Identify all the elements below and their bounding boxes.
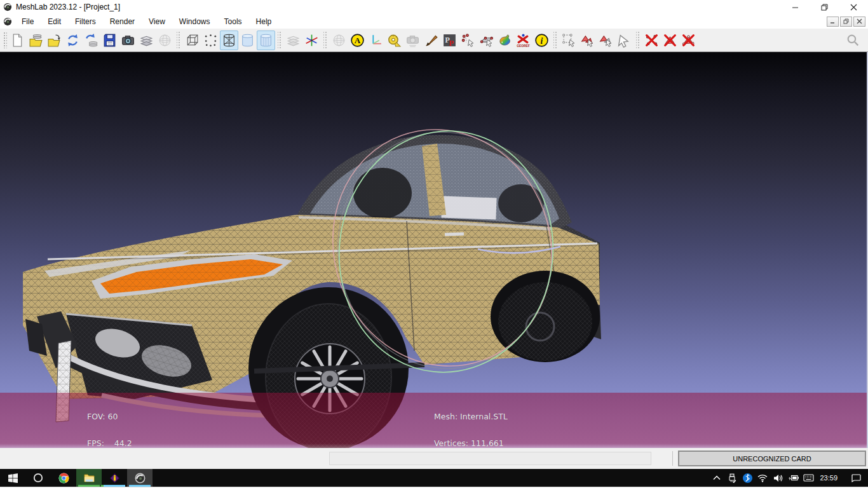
mdi-minimize-button[interactable] <box>827 17 839 27</box>
restore-button[interactable] <box>810 0 839 14</box>
show-layer-dialog-button[interactable] <box>137 30 156 50</box>
usb-icon <box>728 473 736 483</box>
svg-text:GEOREF: GEOREF <box>517 44 529 47</box>
globe-icon <box>332 33 346 48</box>
3d-viewport[interactable]: FOV: 60 FPS: 44.2 BO_RENDERING Mesh: Int… <box>0 52 868 448</box>
tray-usb-button[interactable] <box>724 469 740 487</box>
taskbar-start-button[interactable] <box>0 469 25 487</box>
status-bar: UNRECOGNIZED CARD <box>0 448 868 469</box>
get-info-button[interactable]: i <box>532 30 551 50</box>
hud-vertices: Vertices: 111,661 <box>434 439 508 448</box>
menu-render[interactable]: Render <box>103 15 142 29</box>
menu-help[interactable]: Help <box>249 15 279 29</box>
menu-tools[interactable]: Tools <box>217 15 249 29</box>
taskbar-clock[interactable]: 23:59 <box>817 474 843 482</box>
reload-mesh-button[interactable] <box>64 30 82 50</box>
chevron-up-icon <box>713 475 721 480</box>
close-button[interactable] <box>839 0 868 14</box>
minimize-button[interactable] <box>780 0 810 14</box>
progress-bar-slot <box>329 452 651 465</box>
point-picking-button[interactable]: PP <box>440 30 459 50</box>
select-faces-rect-button[interactable] <box>597 30 615 50</box>
show-labels-button[interactable]: A <box>348 30 367 50</box>
textA-icon: A <box>350 33 365 48</box>
search-button[interactable] <box>844 30 862 50</box>
chrome-icon <box>58 473 69 484</box>
open-app-underline <box>104 485 125 487</box>
menu-filters[interactable]: Filters <box>68 15 103 29</box>
layers-icon <box>286 33 301 48</box>
quality-mapper-button[interactable] <box>496 30 514 50</box>
snapshot-button[interactable] <box>119 30 137 50</box>
menu-view[interactable]: View <box>142 15 172 29</box>
reload-icon <box>65 33 80 48</box>
delall-icon <box>681 33 696 48</box>
show-trackball-axes-button[interactable] <box>302 30 321 50</box>
show-raster-button <box>156 30 174 50</box>
volume-icon <box>773 474 783 482</box>
new-empty-project-button[interactable] <box>8 30 27 50</box>
menu-file[interactable]: File <box>15 15 41 29</box>
z-painting-button[interactable] <box>422 30 440 50</box>
action-center-button[interactable] <box>844 469 868 487</box>
measure-tool-button[interactable] <box>385 30 403 50</box>
svg-text:P: P <box>449 38 454 47</box>
smooth-icon <box>240 33 255 48</box>
reload-all-button[interactable] <box>82 30 100 50</box>
import-mesh-button[interactable] <box>45 30 64 50</box>
render-info-hud: FOV: 60 FPS: 44.2 BO_RENDERING <box>87 395 150 448</box>
globe-icon <box>158 33 172 48</box>
mdi-restore-button[interactable] <box>840 17 852 27</box>
menu-windows[interactable]: Windows <box>172 15 217 29</box>
taskbar-file-explorer-app[interactable] <box>76 469 102 487</box>
open-project-button[interactable] <box>27 30 45 50</box>
flat-icon <box>259 33 273 48</box>
tray-bluetooth-button[interactable] <box>740 469 755 487</box>
delete-selected-faces-button[interactable] <box>661 30 679 50</box>
delete-faces-and-vertices-button[interactable] <box>679 30 698 50</box>
tray-wifi-button[interactable] <box>755 469 770 487</box>
car-mesh-render <box>0 52 868 448</box>
render-flat-button[interactable] <box>257 30 275 50</box>
wire-icon <box>222 33 236 48</box>
gizmo-icon <box>369 33 383 48</box>
menu-items: FileEditFiltersRenderViewWindowsToolsHel… <box>15 15 278 29</box>
battery-icon <box>787 474 799 482</box>
tray-battery-button[interactable] <box>785 469 801 487</box>
pick-points-button[interactable] <box>459 30 477 50</box>
georef-icon: GEOREF <box>516 33 531 48</box>
render-wireframe-button[interactable] <box>220 30 238 50</box>
render-points-button[interactable] <box>201 30 220 50</box>
camera-gray-icon <box>405 33 420 48</box>
taskbar-chrome-app[interactable] <box>51 469 76 487</box>
meshlab-icon <box>135 473 146 484</box>
delvert-icon <box>644 33 659 48</box>
mdi-close-button[interactable] <box>853 17 865 27</box>
pp-icon: PP <box>442 33 457 48</box>
georef-button[interactable]: GEOREF <box>514 30 532 50</box>
plane-icon <box>479 33 494 48</box>
taskbar-cortana-search-app[interactable] <box>25 469 51 487</box>
show-axis-button[interactable] <box>367 30 385 50</box>
align-tool-button[interactable] <box>477 30 496 50</box>
taskbar-meshlab-app[interactable] <box>127 469 153 487</box>
hud-fov: FOV: 60 <box>87 412 150 421</box>
tray-volume-button[interactable] <box>770 469 785 487</box>
select-connected-button[interactable] <box>615 30 634 50</box>
tray-chevron-up-button[interactable] <box>709 469 724 487</box>
render-bbox-button[interactable] <box>183 30 201 50</box>
bunny-icon <box>498 33 512 48</box>
search-icon <box>846 33 860 48</box>
points-icon <box>203 33 218 48</box>
tray-keyboard-button[interactable] <box>801 469 816 487</box>
menu-edit[interactable]: Edit <box>41 15 68 29</box>
save-snapshot-project-button[interactable] <box>100 30 119 50</box>
select-vertices-button[interactable] <box>560 30 578 50</box>
taskbar-purple-app-app[interactable] <box>102 469 127 487</box>
render-smooth-button[interactable] <box>238 30 257 50</box>
toolbar-drag-handle[interactable] <box>3 32 7 48</box>
bbox-icon <box>185 33 200 48</box>
delete-selected-vertices-button[interactable] <box>642 30 661 50</box>
wifi-icon <box>757 474 768 482</box>
select-faces-button[interactable] <box>578 30 597 50</box>
